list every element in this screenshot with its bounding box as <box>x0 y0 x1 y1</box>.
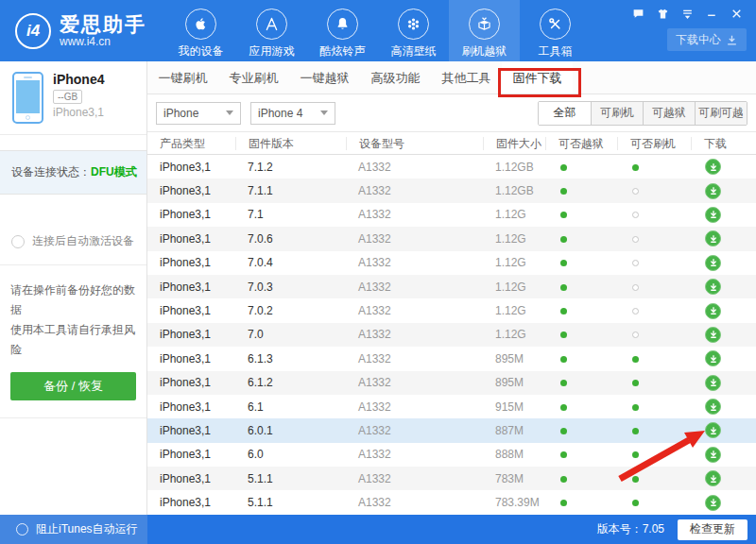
table-row[interactable]: iPhone3,15.1.1A1332783M <box>147 467 756 490</box>
nav-item-3[interactable]: 高清壁纸 <box>378 0 449 61</box>
download-button[interactable] <box>705 350 721 366</box>
table-row[interactable]: iPhone3,17.0.6A13321.12G <box>147 227 756 250</box>
firmware-version-cell: 6.1.3 <box>235 352 346 366</box>
product-type-cell: iPhone3,1 <box>147 232 235 246</box>
tab-0[interactable]: 一键刷机 <box>147 61 218 94</box>
download-button[interactable] <box>705 207 721 223</box>
tab-bar: 一键刷机专业刷机一键越狱高级功能其他工具固件下载 <box>147 61 756 94</box>
table-header: 产品类型固件版本设备型号固件大小可否越狱可否刷机下载 <box>147 132 756 155</box>
product-type-cell: iPhone3,1 <box>147 472 235 485</box>
nav-item-1[interactable]: 应用游戏 <box>236 0 307 61</box>
download-button[interactable] <box>705 470 721 486</box>
tab-5[interactable]: 固件下载 <box>502 61 573 94</box>
download-button[interactable] <box>705 303 721 319</box>
auto-activate-option[interactable]: 连接后自动激活设备 <box>0 218 146 265</box>
tab-1[interactable]: 专业刷机 <box>218 61 289 94</box>
table-row[interactable]: iPhone3,17.0.2A13321.12G <box>147 298 756 322</box>
tab-4[interactable]: 其他工具 <box>431 61 502 94</box>
block-itunes-radio[interactable] <box>16 523 28 536</box>
flash-status-dot <box>632 308 639 314</box>
table-row[interactable]: iPhone3,16.0A1332888M <box>147 443 756 467</box>
table-row[interactable]: iPhone3,17.1A13321.12G <box>147 203 756 227</box>
firmware-size-cell: 895M <box>483 352 545 366</box>
table-row[interactable]: iPhone3,16.1A1332915M <box>147 395 756 418</box>
table-row[interactable]: iPhone3,17.1.1A13321.12GB <box>147 178 756 202</box>
check-update-button[interactable]: 检查更新 <box>678 519 747 540</box>
download-button[interactable] <box>705 183 721 199</box>
table-row[interactable]: iPhone3,16.0.1A1332887M <box>147 418 756 442</box>
filter-button-2[interactable]: 可越狱 <box>643 102 695 125</box>
product-type-cell: iPhone3,1 <box>147 496 235 509</box>
jailbreak-status-dot <box>560 332 567 338</box>
nav-item-4[interactable]: 刷机越狱 <box>449 0 520 61</box>
table-row[interactable]: iPhone3,17.0.3A13321.12G <box>147 275 756 298</box>
product-type-cell: iPhone3,1 <box>147 352 235 366</box>
filter-button-1[interactable]: 可刷机 <box>591 102 643 125</box>
flash-status-dot <box>632 500 639 506</box>
tab-2[interactable]: 一键越狱 <box>289 61 360 94</box>
firmware-version-cell: 5.1.1 <box>235 472 346 485</box>
product-type-cell: iPhone3,1 <box>147 424 235 437</box>
backup-restore-button[interactable]: 备份 / 恢复 <box>10 372 136 400</box>
flash-status-dot <box>632 332 639 338</box>
device-model-cell: A1332 <box>346 184 483 197</box>
backup-warning-line2: 使用本工具请自行承担风险 <box>10 320 136 360</box>
device-model-select[interactable]: iPhone 4 <box>250 102 335 125</box>
minimize-icon[interactable] <box>706 8 718 20</box>
table-row[interactable]: iPhone3,17.1.2A13321.12GB <box>147 155 756 178</box>
download-button[interactable] <box>705 230 721 246</box>
skin-icon[interactable] <box>657 8 669 20</box>
table-row[interactable]: iPhone3,15.1.1A1332783.39M <box>147 490 756 514</box>
menu-icon[interactable] <box>681 8 694 20</box>
firmware-size-cell: 915M <box>483 400 545 414</box>
download-button[interactable] <box>705 495 721 511</box>
tab-3[interactable]: 高级功能 <box>360 61 431 94</box>
device-model-cell: A1332 <box>346 328 483 341</box>
jailbreak-status-dot <box>560 476 567 483</box>
ringtones-bell-icon <box>327 8 358 40</box>
message-icon[interactable] <box>632 8 644 20</box>
firmware-version-cell: 5.1.1 <box>235 496 346 509</box>
jailbreak-status-dot <box>560 284 567 291</box>
download-button[interactable] <box>705 327 721 343</box>
firmware-size-cell: 888M <box>483 448 545 461</box>
download-button[interactable] <box>705 279 721 295</box>
download-center-button[interactable]: 下载中心 <box>667 28 747 51</box>
device-type-select[interactable]: iPhone <box>156 102 241 125</box>
auto-activate-radio[interactable] <box>11 235 25 248</box>
connection-status-label: 设备连接状态： <box>11 164 91 180</box>
table-row[interactable]: iPhone3,17.0A13321.12G <box>147 323 756 347</box>
firmware-size-cell: 1.12G <box>483 328 545 341</box>
nav-item-label: 刷机越狱 <box>462 43 507 60</box>
jailbreak-status-dot <box>560 428 567 434</box>
download-button[interactable] <box>705 159 721 175</box>
wallpapers-flower-icon <box>398 8 429 40</box>
download-button[interactable] <box>705 375 721 391</box>
flash-status-dot <box>632 260 639 266</box>
jailbreak-status-dot <box>560 308 567 314</box>
nav-item-2[interactable]: 酷炫铃声 <box>307 0 378 61</box>
close-icon[interactable] <box>730 8 743 20</box>
firmware-version-cell: 6.0.1 <box>235 424 346 437</box>
download-button[interactable] <box>705 255 721 271</box>
table-row[interactable]: iPhone3,16.1.2A1332895M <box>147 371 756 395</box>
flash-status-dot <box>632 212 639 218</box>
block-itunes-option[interactable]: 阻止iTunes自动运行 <box>0 515 147 544</box>
nav-item-label: 高清壁纸 <box>391 43 437 60</box>
product-type-cell: iPhone3,1 <box>147 256 235 269</box>
nav-item-0[interactable]: 我的设备 <box>165 0 236 61</box>
table-row[interactable]: iPhone3,17.0.4A13321.12G <box>147 251 756 275</box>
device-model-cell: A1332 <box>346 400 483 414</box>
download-button[interactable] <box>705 399 721 415</box>
filter-button-3[interactable]: 可刷可越 <box>695 102 747 125</box>
firmware-version-cell: 7.1.2 <box>235 161 346 174</box>
nav-item-5[interactable]: 工具箱 <box>520 0 591 61</box>
table-row[interactable]: iPhone3,16.1.3A1332895M <box>147 347 756 370</box>
product-type-cell: iPhone3,1 <box>147 280 235 294</box>
filter-button-0[interactable]: 全部 <box>539 102 591 125</box>
download-button[interactable] <box>705 447 721 463</box>
download-button[interactable] <box>705 422 721 438</box>
iphone-device-icon <box>12 72 43 124</box>
firmware-version-cell: 7.0.6 <box>235 232 346 246</box>
product-type-cell: iPhone3,1 <box>147 400 235 414</box>
